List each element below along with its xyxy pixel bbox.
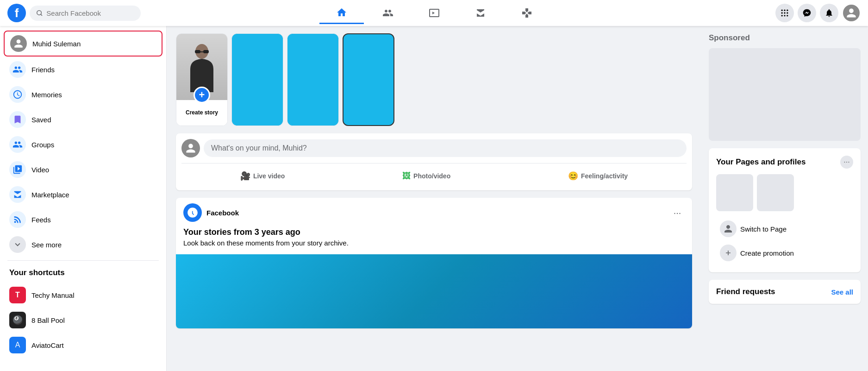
create-story-plus-button[interactable]: +: [194, 87, 210, 103]
story-card-2[interactable]: [287, 33, 339, 126]
nav-friends-button[interactable]: [366, 2, 410, 24]
seemore-label: See more: [31, 241, 62, 249]
marketplace-icon: [475, 7, 486, 19]
memories-post-subtitle: Look back on these moments from your sto…: [183, 239, 685, 247]
groups-sidebar-icon: [9, 136, 26, 153]
feeds-label: Feeds: [31, 216, 51, 224]
watch-icon: [429, 7, 440, 19]
nav-home-button[interactable]: [319, 2, 364, 24]
svg-rect-14: [200, 51, 204, 52]
memories-label: Memories: [31, 91, 62, 99]
notifications-button[interactable]: [820, 4, 838, 22]
memories-card-content: Your stories from 3 years ago Look back …: [176, 227, 692, 254]
story-card-1[interactable]: [231, 33, 283, 126]
friends-icon: [382, 7, 393, 19]
pages-title: Your Pages and profiles: [716, 157, 806, 167]
sidebar-shortcut-aviatocart[interactable]: A AviatoCart: [4, 333, 162, 343]
search-icon: [36, 9, 43, 17]
bell-icon: [824, 8, 834, 18]
sidebar-item-seemore[interactable]: See more: [4, 233, 162, 257]
left-sidebar: Muhid Suleman Friends Memories Saved Gro…: [0, 26, 167, 343]
photo-video-action[interactable]: 🖼 Photo/video: [397, 167, 456, 185]
sidebar-shortcut-8ball[interactable]: 🎱 8 Ball Pool: [4, 308, 162, 332]
nav-marketplace-button[interactable]: [458, 2, 503, 24]
svg-point-3: [784, 10, 785, 11]
saved-label: Saved: [31, 116, 51, 124]
photo-video-icon: 🖼: [402, 171, 411, 181]
grid-menu-button[interactable]: [775, 4, 794, 22]
composer-input[interactable]: What's on your mind, Muhid?: [204, 139, 687, 157]
groups-label: Groups: [31, 141, 54, 149]
nav-gaming-button[interactable]: [505, 2, 549, 24]
feeling-label: Feeling/activity: [581, 172, 628, 180]
topnav-left: f: [7, 4, 146, 22]
sidebar-item-groups[interactable]: Groups: [4, 132, 162, 157]
sponsored-box: [709, 48, 861, 141]
friend-requests-see-all[interactable]: See all: [831, 288, 853, 296]
photo-video-label: Photo/video: [413, 172, 450, 180]
create-story-label: Create story: [186, 109, 218, 116]
video-sidebar-icon: [9, 161, 26, 178]
page-thumb-2[interactable]: [757, 174, 794, 211]
8ball-label: 8 Ball Pool: [31, 316, 65, 324]
stories-row: + Create story: [176, 33, 692, 126]
svg-point-4: [787, 10, 788, 11]
switch-to-page-action[interactable]: Switch to Page: [716, 217, 853, 241]
messenger-button[interactable]: [798, 4, 816, 22]
feeling-action[interactable]: 😊 Feeling/activity: [562, 167, 633, 185]
create-story-card[interactable]: + Create story: [176, 33, 228, 126]
memories-card-name: Facebook: [206, 209, 665, 217]
nav-watch-button[interactable]: [412, 2, 456, 24]
search-bar[interactable]: [30, 6, 141, 21]
friend-requests-header: Friend requests See all: [716, 287, 853, 296]
marketplace-label: Marketplace: [31, 191, 69, 199]
topnav-right: [722, 4, 861, 22]
sidebar-item-memories[interactable]: Memories: [4, 82, 162, 107]
memories-sidebar-icon: [9, 86, 26, 103]
topnav-center: [319, 2, 549, 24]
live-video-action[interactable]: 🎥 Live video: [235, 167, 290, 185]
saved-sidebar-icon: [9, 111, 26, 128]
svg-point-6: [784, 12, 785, 13]
memories-card-info: Facebook: [206, 209, 665, 217]
sidebar-user-profile[interactable]: Muhid Suleman: [4, 31, 162, 57]
sidebar-shortcut-techy-manual[interactable]: T Techy Manual: [4, 283, 162, 307]
right-sidebar: Sponsored Your Pages and profiles ··· Sw…: [701, 26, 868, 343]
svg-point-5: [781, 12, 783, 13]
memories-post-title: Your stories from 3 years ago: [183, 227, 685, 237]
composer-divider: [181, 163, 687, 163]
avatar-placeholder: [843, 5, 860, 21]
sidebar-item-marketplace[interactable]: Marketplace: [4, 182, 162, 207]
sponsored-title: Sponsored: [709, 33, 861, 43]
composer-actions: 🎥 Live video 🖼 Photo/video 😊 Feeling/act…: [181, 167, 687, 185]
page-thumb-1[interactable]: [716, 174, 753, 211]
user-avatar[interactable]: [842, 4, 861, 22]
friends-label: Friends: [31, 66, 55, 74]
messenger-icon: [802, 8, 812, 18]
facebook-logo[interactable]: f: [7, 4, 26, 22]
search-input[interactable]: [46, 9, 134, 17]
svg-point-9: [784, 15, 785, 16]
story-card-3[interactable]: [343, 33, 394, 126]
sidebar-item-friends[interactable]: Friends: [4, 57, 162, 82]
seemore-sidebar-icon: [9, 236, 26, 253]
sidebar-item-feeds[interactable]: Feeds: [4, 208, 162, 232]
home-icon: [336, 7, 347, 18]
sidebar-item-video[interactable]: Video: [4, 157, 162, 182]
main-content: + Create story What's on your mind, Muhi…: [167, 26, 701, 343]
create-promotion-action[interactable]: Create promotion: [716, 241, 853, 265]
live-video-icon: 🎥: [240, 171, 250, 181]
techy-manual-label: Techy Manual: [31, 291, 75, 299]
svg-point-10: [787, 15, 788, 16]
sidebar-item-saved[interactable]: Saved: [4, 107, 162, 132]
switch-to-page-label: Switch to Page: [740, 225, 787, 233]
svg-rect-13: [203, 50, 209, 53]
fb-logo-letter: f: [15, 6, 19, 20]
memories-card-more-button[interactable]: ···: [670, 205, 685, 220]
friend-requests-title: Friend requests: [716, 287, 775, 296]
pages-more-button[interactable]: ···: [840, 156, 853, 169]
svg-line-1: [41, 14, 42, 16]
topnav: f: [0, 0, 868, 26]
grid-icon: [780, 8, 789, 18]
create-promotion-label: Create promotion: [740, 249, 794, 257]
